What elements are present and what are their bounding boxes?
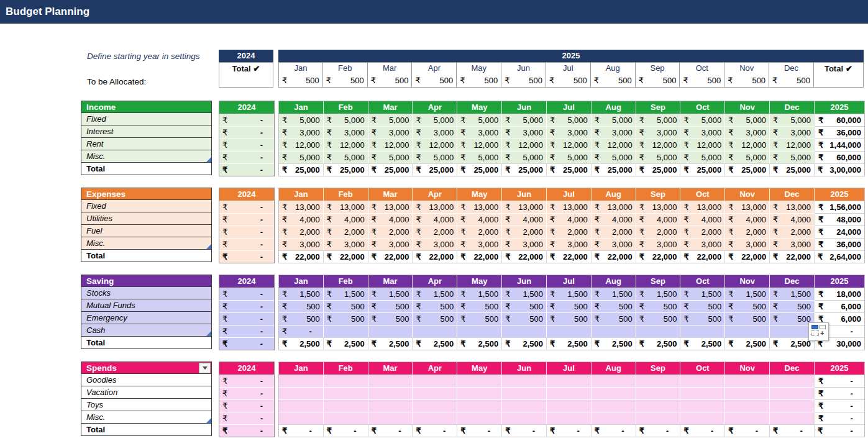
saving-cash-sep-cell[interactable] (636, 325, 681, 337)
spends-goodies-apr-cell[interactable] (413, 375, 457, 387)
saving-total-sep-cell[interactable]: ₹2,500 (636, 337, 681, 350)
income-misc-oct-cell[interactable]: ₹5,000 (680, 151, 725, 163)
saving-emergency-oct-cell[interactable]: ₹500 (680, 312, 725, 325)
saving-total-jul-cell[interactable]: ₹2,500 (547, 337, 592, 350)
spends-total-oct-cell[interactable]: ₹- (680, 424, 725, 437)
income-rent-feb-cell[interactable]: ₹12,000 (324, 139, 368, 151)
income-misc-jan-cell[interactable]: ₹5,000 (279, 151, 324, 163)
income-rent-2025-cell[interactable]: ₹1,44,000 (815, 139, 864, 151)
income-interest-jan-cell[interactable]: ₹3,000 (279, 126, 324, 139)
spends-total-apr-cell[interactable]: ₹- (413, 424, 457, 437)
spends-goodies-sep-cell[interactable] (636, 375, 681, 387)
expenses-fuel-jan-cell[interactable]: ₹2,000 (279, 225, 324, 238)
spends-goodies-jun-cell[interactable] (502, 375, 547, 387)
saving-emergency-2024-cell[interactable]: ₹- (219, 312, 274, 325)
income-rent-2024-cell[interactable]: ₹- (219, 139, 274, 151)
paste-options-button[interactable]: + (808, 322, 829, 341)
income-fixed-jul-cell[interactable]: ₹5,000 (547, 114, 592, 126)
expenses-fuel-oct-cell[interactable]: ₹2,000 (680, 225, 725, 238)
income-misc-label[interactable]: Misc. (81, 150, 212, 163)
expenses-fixed-nov-cell[interactable]: ₹13,000 (725, 201, 770, 213)
spends-misc-oct-cell[interactable] (680, 412, 725, 424)
expenses-fuel-sep-cell[interactable]: ₹2,000 (636, 225, 681, 238)
alloc-value-nov-cell[interactable]: ₹500 (724, 74, 769, 88)
spends-toys-2024-cell[interactable]: ₹- (219, 399, 274, 412)
spends-goodies-feb-cell[interactable] (324, 375, 368, 387)
expenses-fuel-dec-cell[interactable]: ₹2,000 (770, 225, 815, 238)
expenses-misc-2024-cell[interactable]: ₹- (219, 238, 274, 250)
alloc-2025-total-value-cell[interactable] (814, 74, 864, 88)
income-total-sep-cell[interactable]: ₹25,000 (636, 163, 681, 176)
income-total-mar-cell[interactable]: ₹25,000 (368, 163, 413, 176)
spends-goodies-dec-cell[interactable] (770, 375, 815, 387)
spends-misc-2025-cell[interactable]: ₹- (815, 412, 864, 424)
spends-total-jul-cell[interactable]: ₹- (547, 424, 592, 437)
alloc-value-jan-cell[interactable]: ₹500 (278, 74, 323, 88)
income-fixed-apr-cell[interactable]: ₹5,000 (413, 114, 457, 126)
expenses-utilities-mar-cell[interactable]: ₹4,000 (368, 213, 413, 225)
expenses-fixed-oct-cell[interactable]: ₹13,000 (680, 201, 725, 213)
saving-mutualfunds-feb-cell[interactable]: ₹500 (324, 300, 368, 312)
spends-total-aug-cell[interactable]: ₹- (592, 424, 636, 437)
income-interest-aug-cell[interactable]: ₹3,000 (592, 126, 636, 139)
saving-cash-nov-cell[interactable] (725, 325, 770, 337)
saving-stocks-dec-cell[interactable]: ₹1,500 (770, 288, 815, 300)
expenses-utilities-apr-cell[interactable]: ₹4,000 (413, 213, 457, 225)
saving-stocks-jul-cell[interactable]: ₹1,500 (547, 288, 592, 300)
expenses-misc-2025-cell[interactable]: ₹36,000 (815, 238, 864, 250)
spends-goodies-aug-cell[interactable] (592, 375, 636, 387)
expenses-fixed-mar-cell[interactable]: ₹13,000 (368, 201, 413, 213)
expenses-misc-jan-cell[interactable]: ₹3,000 (279, 238, 324, 250)
income-fixed-jun-cell[interactable]: ₹5,000 (502, 114, 547, 126)
spends-toys-mar-cell[interactable] (368, 399, 413, 412)
saving-stocks-aug-cell[interactable]: ₹1,500 (592, 288, 636, 300)
spends-toys-oct-cell[interactable] (680, 399, 725, 412)
spends-misc-feb-cell[interactable] (324, 412, 368, 424)
income-rent-sep-cell[interactable]: ₹12,000 (636, 139, 681, 151)
saving-stocks-nov-cell[interactable]: ₹1,500 (725, 288, 770, 300)
saving-stocks-feb-cell[interactable]: ₹1,500 (324, 288, 368, 300)
spends-goodies-jul-cell[interactable] (547, 375, 592, 387)
saving-stocks-jun-cell[interactable]: ₹1,500 (502, 288, 547, 300)
income-misc-apr-cell[interactable]: ₹5,000 (413, 151, 457, 163)
saving-emergency-label[interactable]: Emergency (81, 312, 212, 324)
expenses-misc-nov-cell[interactable]: ₹3,000 (725, 238, 770, 250)
expenses-misc-oct-cell[interactable]: ₹3,000 (680, 238, 725, 250)
spends-goodies-nov-cell[interactable] (725, 375, 770, 387)
income-misc-aug-cell[interactable]: ₹5,000 (592, 151, 636, 163)
expenses-fixed-2025-cell[interactable]: ₹1,56,000 (815, 201, 864, 213)
saving-emergency-jul-cell[interactable]: ₹500 (547, 312, 592, 325)
income-total-dec-cell[interactable]: ₹25,000 (770, 163, 815, 176)
income-misc-dec-cell[interactable]: ₹5,000 (770, 151, 815, 163)
expenses-fuel-2025-cell[interactable]: ₹24,000 (815, 225, 864, 238)
income-rent-may-cell[interactable]: ₹12,000 (457, 139, 502, 151)
spends-misc-sep-cell[interactable] (636, 412, 681, 424)
expenses-utilities-label[interactable]: Utilities (81, 212, 212, 225)
income-rent-apr-cell[interactable]: ₹12,000 (413, 139, 457, 151)
expenses-fixed-label[interactable]: Fixed (81, 200, 212, 212)
income-misc-nov-cell[interactable]: ₹5,000 (725, 151, 770, 163)
saving-mutualfunds-jun-cell[interactable]: ₹500 (502, 300, 547, 312)
saving-stocks-2025-cell[interactable]: ₹18,000 (815, 288, 864, 300)
spends-total-jun-cell[interactable]: ₹- (502, 424, 547, 437)
expenses-fixed-sep-cell[interactable]: ₹13,000 (636, 201, 681, 213)
spends-vacation-may-cell[interactable] (457, 387, 502, 399)
saving-stocks-may-cell[interactable]: ₹1,500 (457, 288, 502, 300)
saving-total-2024-cell[interactable]: ₹- (219, 337, 274, 350)
income-misc-mar-cell[interactable]: ₹5,000 (368, 151, 413, 163)
income-rent-mar-cell[interactable]: ₹12,000 (368, 139, 413, 151)
expenses-fixed-jul-cell[interactable]: ₹13,000 (547, 201, 592, 213)
saving-cash-label[interactable]: Cash (81, 324, 212, 337)
saving-cash-jun-cell[interactable] (502, 325, 547, 337)
spends-misc-jul-cell[interactable] (547, 412, 592, 424)
spends-goodies-2024-cell[interactable]: ₹- (219, 375, 274, 387)
income-rent-jun-cell[interactable]: ₹12,000 (502, 139, 547, 151)
spends-misc-nov-cell[interactable] (725, 412, 770, 424)
income-total-jul-cell[interactable]: ₹25,000 (547, 163, 592, 176)
income-interest-dec-cell[interactable]: ₹3,000 (770, 126, 815, 139)
spends-vacation-dec-cell[interactable] (770, 387, 815, 399)
saving-cash-aug-cell[interactable] (592, 325, 636, 337)
alloc-value-oct-cell[interactable]: ₹500 (680, 74, 724, 88)
spends-vacation-sep-cell[interactable] (636, 387, 681, 399)
saving-stocks-mar-cell[interactable]: ₹1,500 (368, 288, 413, 300)
